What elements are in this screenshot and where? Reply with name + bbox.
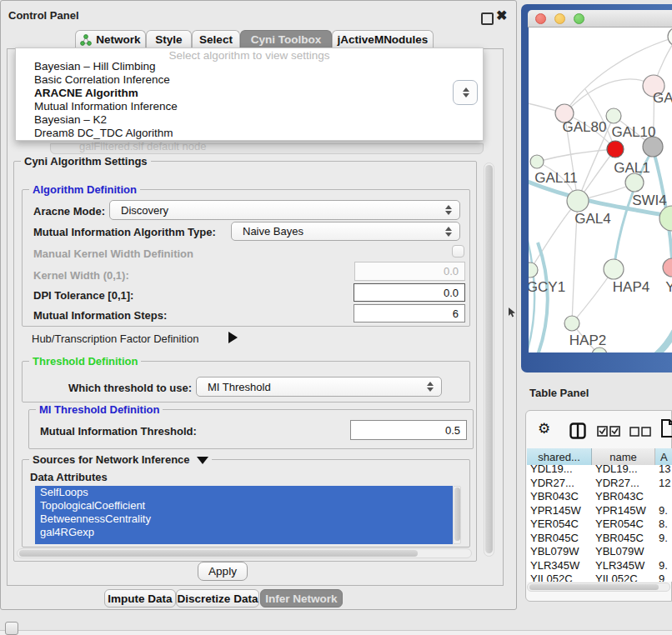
svg-text:GAL4: GAL4 — [574, 211, 610, 227]
table-cell[interactable]: YLR345W — [527, 558, 592, 572]
mi-threshold-field[interactable]: 0.5 — [350, 420, 467, 440]
table-cell[interactable]: YBR043C — [527, 490, 592, 504]
table-cell[interactable]: YER054C — [592, 518, 655, 532]
cyni-algorithm-settings-legend: Cyni Algorithm Settings — [21, 155, 151, 168]
mi-steps-field[interactable]: 6 — [354, 304, 465, 322]
desktop: Control Panel ✖ Network Style Select Cyn… — [0, 0, 672, 635]
tab-cyni-toolbox[interactable]: Cyni Toolbox — [240, 30, 332, 48]
table-hscrollbar[interactable] — [527, 582, 670, 592]
kernel-width-field[interactable]: 0.0 — [354, 262, 465, 281]
dpi-tolerance-field[interactable]: 0.0 — [354, 283, 465, 302]
hub-expand-arrow-icon[interactable] — [228, 332, 238, 343]
settings-vscrollbar[interactable] — [484, 162, 494, 557]
mi-algorithm-type-combo[interactable]: Naive Bayes — [231, 222, 460, 241]
svg-text:GAL: GAL — [653, 90, 672, 106]
table-cell[interactable] — [655, 545, 672, 559]
table-cell[interactable]: 8. — [655, 518, 672, 532]
table-cell[interactable]: YDL19... — [527, 462, 592, 477]
tab-style[interactable]: Style — [146, 30, 192, 48]
attribute-table[interactable]: shared... name A YDL19... YDL19... 13 YD… — [527, 448, 672, 582]
table-cell[interactable] — [655, 490, 672, 504]
dropdown-item-2[interactable]: ARACNE Algorithm — [19, 87, 479, 100]
algorithm-dropdown-popup: Select algorithm to view settings Bayesi… — [15, 48, 484, 141]
tab-infer-network[interactable]: Infer Network — [260, 589, 343, 608]
table-cell[interactable]: YDL19... — [592, 462, 655, 477]
sources-collapse-arrow-icon[interactable] — [197, 457, 208, 464]
dropdown-item-5[interactable]: Dream8 DC_TDC Algorithm — [19, 127, 479, 140]
list-item[interactable]: BetweennessCentrality — [35, 512, 453, 526]
network-canvas[interactable]: GAL80 GAL10 GAL11 GAL1 SWI4 GAL4 GCY1 HA… — [529, 28, 672, 352]
document-icon[interactable] — [661, 419, 672, 438]
table-cell[interactable]: YBR045C — [592, 531, 655, 545]
list-vscrollbar[interactable] — [453, 486, 461, 544]
table-settings-gear-icon[interactable]: ⚙ — [538, 420, 550, 438]
table-cell[interactable]: 9. — [655, 558, 672, 572]
node-gal4[interactable] — [567, 190, 589, 212]
dropdown-item-3[interactable]: Mutual Information Inference — [19, 100, 479, 113]
tab-network[interactable]: Network — [75, 30, 146, 48]
algorithm-combo-stepper[interactable] — [453, 80, 478, 105]
table-cell[interactable]: YIL052C — [592, 572, 655, 582]
table-cell[interactable]: YPR145W — [527, 503, 592, 518]
zoom-traffic-light[interactable] — [574, 13, 584, 24]
dropdown-item-0[interactable]: Bayesian – Hill Climbing — [19, 60, 479, 73]
sources-legend: Sources for Network Inference — [29, 453, 212, 466]
table-cell[interactable]: YBR043C — [592, 490, 655, 504]
table-cell[interactable]: 9 — [655, 572, 672, 582]
table-cell[interactable]: YDR27... — [592, 476, 655, 490]
minimized-panel-icon[interactable] — [5, 622, 18, 635]
tab-impute-data[interactable]: Impute Data — [104, 589, 176, 608]
dpi-tolerance-label: DPI Tolerance [0,1]: — [33, 289, 133, 302]
aracne-mode-combo[interactable]: Discovery — [109, 200, 460, 220]
node-big-green[interactable] — [659, 206, 672, 231]
node-gal1-red[interactable] — [607, 141, 624, 158]
data-attributes-list[interactable]: SelfLoops TopologicalCoefficient Between… — [35, 486, 453, 544]
float-icon[interactable] — [481, 12, 494, 25]
node-hap4[interactable] — [604, 259, 624, 279]
node-top[interactable] — [668, 28, 672, 46]
minimize-traffic-light[interactable] — [554, 13, 565, 24]
list-item[interactable]: SelfLoops — [35, 486, 453, 499]
apply-button[interactable]: Apply — [198, 562, 248, 581]
close-traffic-light[interactable] — [535, 13, 546, 24]
settings-hscrollbar[interactable] — [17, 548, 472, 558]
hub-definition-label[interactable]: Hub/Transcription Factor Definition — [32, 332, 198, 345]
list-item[interactable]: gal4RGexp — [35, 526, 453, 539]
table-cell[interactable]: YDR27... — [527, 476, 592, 490]
manual-kernel-checkbox[interactable] — [452, 245, 464, 258]
stepper-down-icon — [463, 93, 469, 98]
node-gal11[interactable] — [530, 155, 544, 168]
svg-text:GCY1: GCY1 — [529, 279, 565, 295]
table-cell[interactable]: YPR145W — [592, 503, 655, 518]
select-all-checkboxes-icon[interactable] — [597, 426, 620, 437]
table-cell[interactable]: YIL052C — [527, 572, 592, 582]
network-window-titlebar[interactable] — [528, 10, 672, 28]
data-attributes-label: Data Attributes — [30, 471, 108, 483]
node-small-top[interactable] — [606, 108, 621, 123]
table-cell[interactable]: 9. — [655, 531, 672, 545]
bottom-strip — [0, 630, 672, 635]
close-icon[interactable]: ✖ — [496, 8, 507, 23]
tab-jactivemnodules[interactable]: jActiveMNodules — [332, 30, 434, 48]
tab-discretize-data[interactable]: Discretize Data — [176, 589, 259, 608]
deselect-all-checkboxes-icon[interactable] — [629, 427, 651, 437]
list-item[interactable]: TopologicalCoefficient — [35, 499, 453, 512]
table-cell[interactable]: 9. — [655, 503, 672, 518]
node-gcy1[interactable] — [529, 262, 538, 278]
svg-text:GAL80: GAL80 — [563, 119, 607, 135]
table-cell[interactable]: YLR345W — [592, 558, 655, 572]
table-cell[interactable]: 12 — [655, 476, 672, 490]
table-cell[interactable]: YBR045C — [527, 531, 592, 545]
node-pink-y[interactable] — [663, 258, 672, 277]
tab-select[interactable]: Select — [192, 30, 240, 48]
node-swi4[interactable] — [625, 173, 644, 192]
dropdown-item-1[interactable]: Basic Correlation Inference — [19, 73, 479, 87]
table-cell[interactable]: YBL079W — [527, 545, 592, 559]
column-layout-icon[interactable] — [569, 422, 586, 439]
table-cell[interactable]: YBL079W — [592, 545, 655, 559]
table-cell[interactable]: 13 — [655, 462, 672, 477]
node-hap2[interactable] — [564, 316, 579, 331]
table-cell[interactable]: YER054C — [527, 518, 592, 532]
which-threshold-combo[interactable]: MI Threshold — [196, 377, 442, 397]
dropdown-item-4[interactable]: Bayesian – K2 — [19, 113, 479, 127]
